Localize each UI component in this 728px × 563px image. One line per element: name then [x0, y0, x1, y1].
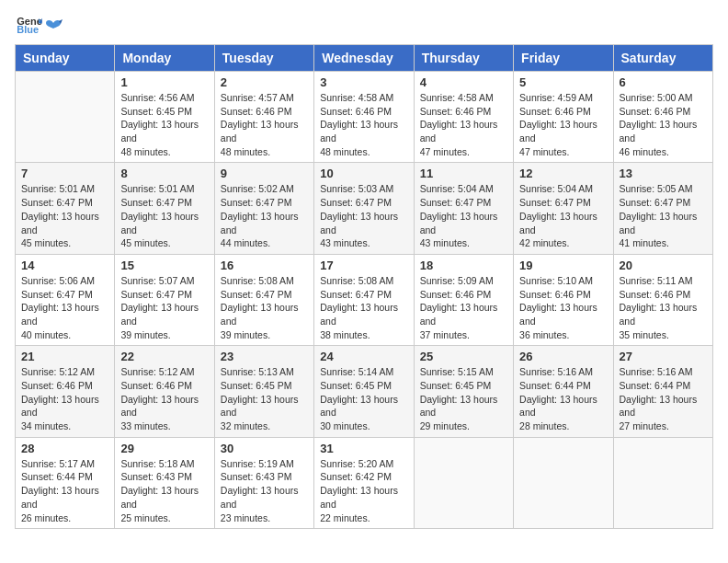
- calendar-cell: 14Sunrise: 5:06 AMSunset: 6:47 PMDayligh…: [16, 254, 115, 345]
- day-info: Sunrise: 4:57 AMSunset: 6:46 PMDaylight:…: [221, 91, 308, 158]
- day-info: Sunrise: 4:56 AMSunset: 6:45 PMDaylight:…: [120, 91, 208, 158]
- calendar-cell: [16, 72, 115, 163]
- day-number: 10: [320, 167, 407, 180]
- calendar-week-row: 7Sunrise: 5:01 AMSunset: 6:47 PMDaylight…: [16, 163, 713, 254]
- day-number: 17: [320, 259, 407, 272]
- day-info: Sunrise: 5:01 AMSunset: 6:47 PMDaylight:…: [120, 182, 208, 249]
- calendar-cell: 5Sunrise: 4:59 AMSunset: 6:46 PMDaylight…: [514, 72, 613, 163]
- calendar-cell: [613, 437, 712, 528]
- calendar-cell: 9Sunrise: 5:02 AMSunset: 6:47 PMDaylight…: [214, 163, 313, 254]
- calendar-cell: 3Sunrise: 4:58 AMSunset: 6:46 PMDaylight…: [314, 72, 414, 163]
- header: General Blue: [15, 15, 713, 35]
- day-info: Sunrise: 5:10 AMSunset: 6:46 PMDaylight:…: [519, 274, 607, 341]
- calendar-cell: 19Sunrise: 5:10 AMSunset: 6:46 PMDayligh…: [514, 254, 613, 345]
- svg-text:Blue: Blue: [17, 24, 39, 35]
- day-number: 6: [620, 75, 707, 89]
- calendar-week-row: 28Sunrise: 5:17 AMSunset: 6:44 PMDayligh…: [16, 437, 713, 528]
- calendar-week-row: 21Sunrise: 5:12 AMSunset: 6:46 PMDayligh…: [16, 346, 713, 437]
- day-info: Sunrise: 5:18 AMSunset: 6:43 PMDaylight:…: [120, 457, 208, 524]
- calendar-cell: [414, 437, 513, 528]
- calendar-cell: 27Sunrise: 5:16 AMSunset: 6:44 PMDayligh…: [613, 346, 712, 437]
- day-info: Sunrise: 5:04 AMSunset: 6:47 PMDaylight:…: [420, 182, 507, 249]
- day-info: Sunrise: 5:14 AMSunset: 6:45 PMDaylight:…: [320, 365, 407, 432]
- day-number: 16: [221, 259, 308, 272]
- calendar-cell: 8Sunrise: 5:01 AMSunset: 6:47 PMDaylight…: [115, 163, 214, 254]
- calendar-week-row: 14Sunrise: 5:06 AMSunset: 6:47 PMDayligh…: [16, 254, 713, 345]
- day-number: 26: [519, 350, 607, 363]
- day-info: Sunrise: 5:19 AMSunset: 6:43 PMDaylight:…: [221, 457, 308, 524]
- day-info: Sunrise: 4:58 AMSunset: 6:46 PMDaylight:…: [420, 91, 507, 158]
- day-number: 8: [120, 167, 208, 180]
- day-number: 3: [320, 75, 407, 89]
- day-info: Sunrise: 5:20 AMSunset: 6:42 PMDaylight:…: [320, 457, 407, 524]
- day-info: Sunrise: 5:15 AMSunset: 6:45 PMDaylight:…: [420, 365, 507, 432]
- calendar-cell: 22Sunrise: 5:12 AMSunset: 6:46 PMDayligh…: [115, 346, 214, 437]
- day-info: Sunrise: 5:17 AMSunset: 6:44 PMDaylight:…: [21, 457, 108, 524]
- calendar-cell: 30Sunrise: 5:19 AMSunset: 6:43 PMDayligh…: [214, 437, 313, 528]
- day-info: Sunrise: 5:03 AMSunset: 6:47 PMDaylight:…: [320, 182, 407, 249]
- calendar-cell: 10Sunrise: 5:03 AMSunset: 6:47 PMDayligh…: [314, 163, 414, 254]
- day-info: Sunrise: 5:11 AMSunset: 6:46 PMDaylight:…: [620, 274, 707, 341]
- day-number: 1: [120, 75, 208, 89]
- calendar-cell: 26Sunrise: 5:16 AMSunset: 6:44 PMDayligh…: [514, 346, 613, 437]
- day-number: 14: [21, 259, 108, 272]
- calendar-cell: 24Sunrise: 5:14 AMSunset: 6:45 PMDayligh…: [314, 346, 414, 437]
- calendar-cell: 2Sunrise: 4:57 AMSunset: 6:46 PMDaylight…: [214, 72, 313, 163]
- day-number: 22: [120, 350, 208, 363]
- day-number: 13: [620, 167, 707, 180]
- calendar-header-row: SundayMondayTuesdayWednesdayThursdayFrid…: [16, 45, 713, 72]
- day-info: Sunrise: 5:07 AMSunset: 6:47 PMDaylight:…: [120, 274, 208, 341]
- day-of-week-header: Monday: [115, 45, 214, 72]
- day-info: Sunrise: 4:59 AMSunset: 6:46 PMDaylight:…: [519, 91, 607, 158]
- calendar-cell: 31Sunrise: 5:20 AMSunset: 6:42 PMDayligh…: [314, 437, 414, 528]
- day-number: 4: [420, 75, 507, 89]
- day-info: Sunrise: 5:08 AMSunset: 6:47 PMDaylight:…: [221, 274, 308, 341]
- calendar-cell: 11Sunrise: 5:04 AMSunset: 6:47 PMDayligh…: [414, 163, 513, 254]
- calendar-cell: [514, 437, 613, 528]
- day-of-week-header: Saturday: [613, 45, 712, 72]
- calendar-cell: 29Sunrise: 5:18 AMSunset: 6:43 PMDayligh…: [115, 437, 214, 528]
- logo: General Blue: [15, 15, 63, 35]
- day-of-week-header: Wednesday: [314, 45, 414, 72]
- day-number: 23: [221, 350, 308, 363]
- calendar-cell: 25Sunrise: 5:15 AMSunset: 6:45 PMDayligh…: [414, 346, 513, 437]
- calendar-cell: 12Sunrise: 5:04 AMSunset: 6:47 PMDayligh…: [514, 163, 613, 254]
- logo-bird-icon: [44, 19, 63, 34]
- day-info: Sunrise: 5:12 AMSunset: 6:46 PMDaylight:…: [120, 365, 208, 432]
- day-info: Sunrise: 5:16 AMSunset: 6:44 PMDaylight:…: [620, 365, 707, 432]
- day-number: 31: [320, 442, 407, 455]
- calendar-cell: 7Sunrise: 5:01 AMSunset: 6:47 PMDaylight…: [16, 163, 115, 254]
- day-of-week-header: Friday: [514, 45, 613, 72]
- day-number: 28: [21, 442, 108, 455]
- day-of-week-header: Tuesday: [214, 45, 313, 72]
- calendar-cell: 13Sunrise: 5:05 AMSunset: 6:47 PMDayligh…: [613, 163, 712, 254]
- day-info: Sunrise: 5:02 AMSunset: 6:47 PMDaylight:…: [221, 182, 308, 249]
- day-info: Sunrise: 5:08 AMSunset: 6:47 PMDaylight:…: [320, 274, 407, 341]
- day-info: Sunrise: 5:05 AMSunset: 6:47 PMDaylight:…: [620, 182, 707, 249]
- day-info: Sunrise: 5:04 AMSunset: 6:47 PMDaylight:…: [519, 182, 607, 249]
- calendar-week-row: 1Sunrise: 4:56 AMSunset: 6:45 PMDaylight…: [16, 72, 713, 163]
- logo-icon: General Blue: [17, 15, 42, 35]
- day-info: Sunrise: 5:12 AMSunset: 6:46 PMDaylight:…: [21, 365, 108, 432]
- calendar-cell: 4Sunrise: 4:58 AMSunset: 6:46 PMDaylight…: [414, 72, 513, 163]
- calendar-cell: 1Sunrise: 4:56 AMSunset: 6:45 PMDaylight…: [115, 72, 214, 163]
- day-number: 11: [420, 167, 507, 180]
- day-number: 24: [320, 350, 407, 363]
- day-number: 7: [21, 167, 108, 180]
- calendar-table: SundayMondayTuesdayWednesdayThursdayFrid…: [15, 44, 713, 529]
- day-info: Sunrise: 5:01 AMSunset: 6:47 PMDaylight:…: [21, 182, 108, 249]
- day-number: 19: [519, 259, 607, 272]
- calendar-cell: 23Sunrise: 5:13 AMSunset: 6:45 PMDayligh…: [214, 346, 313, 437]
- day-number: 27: [620, 350, 707, 363]
- calendar-cell: 16Sunrise: 5:08 AMSunset: 6:47 PMDayligh…: [214, 254, 313, 345]
- day-info: Sunrise: 5:16 AMSunset: 6:44 PMDaylight:…: [519, 365, 607, 432]
- day-info: Sunrise: 5:06 AMSunset: 6:47 PMDaylight:…: [21, 274, 108, 341]
- day-info: Sunrise: 5:09 AMSunset: 6:46 PMDaylight:…: [420, 274, 507, 341]
- calendar-cell: 6Sunrise: 5:00 AMSunset: 6:46 PMDaylight…: [613, 72, 712, 163]
- day-number: 12: [519, 167, 607, 180]
- day-number: 29: [120, 442, 208, 455]
- calendar-cell: 17Sunrise: 5:08 AMSunset: 6:47 PMDayligh…: [314, 254, 414, 345]
- calendar-cell: 21Sunrise: 5:12 AMSunset: 6:46 PMDayligh…: [16, 346, 115, 437]
- day-number: 15: [120, 259, 208, 272]
- day-number: 9: [221, 167, 308, 180]
